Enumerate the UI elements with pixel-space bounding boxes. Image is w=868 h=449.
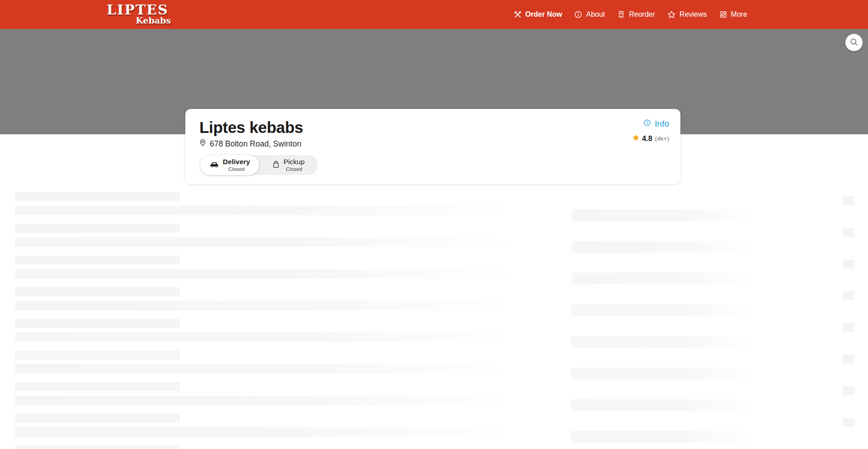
skeleton-text-bar — [15, 301, 521, 310]
skeleton-thumb — [843, 386, 854, 395]
delivery-option-text: Delivery Closed — [223, 158, 250, 172]
skeleton-title-bar — [15, 350, 180, 359]
skeleton-row — [0, 414, 868, 445]
skeleton-side-bar — [571, 241, 756, 253]
skeleton-text-bar — [15, 364, 521, 373]
card-right-column: Info 4.8 (4k+) — [632, 119, 669, 143]
skeleton-text-bar — [15, 332, 521, 342]
header: LIPTES Kebabs Order Now — [0, 0, 868, 29]
skeleton-side-bar — [571, 336, 756, 348]
skeleton-thumb — [843, 323, 854, 332]
skeleton-row — [0, 382, 868, 414]
delivery-label: Delivery — [223, 158, 250, 165]
pickup-status: Closed — [286, 167, 302, 172]
location-pin-icon — [199, 139, 207, 149]
restaurant-card: Liptes kebabs 678 Bolton Road, Swinton — [185, 109, 680, 184]
nav-item-more[interactable]: More — [719, 10, 747, 19]
info-link[interactable]: Info — [643, 119, 669, 129]
skeleton-row — [0, 445, 868, 449]
address-text: 678 Bolton Road, Swinton — [210, 139, 301, 149]
nav-item-about[interactable]: About — [574, 10, 605, 19]
skeleton-side-bar — [571, 209, 756, 221]
star-icon — [667, 10, 676, 19]
restaurant-address: 678 Bolton Road, Swinton — [199, 139, 301, 149]
skeleton-thumb — [843, 260, 854, 269]
skeleton-side-bar — [571, 399, 756, 411]
skeleton-row — [0, 350, 868, 382]
skeleton-side-bar — [571, 304, 756, 316]
skeleton-side-bar — [571, 368, 756, 379]
nav-item-reviews[interactable]: Reviews — [667, 10, 707, 19]
skeleton-side-bar — [571, 431, 756, 443]
skeleton-thumb — [843, 354, 854, 364]
skeleton-row — [0, 255, 868, 287]
nav-label: About — [586, 10, 605, 19]
page: LIPTES Kebabs Order Now — [0, 0, 868, 449]
menu-loading-skeleton — [0, 192, 868, 449]
car-icon — [209, 161, 219, 170]
skeleton-title-bar — [15, 287, 180, 296]
logo[interactable]: LIPTES Kebabs — [107, 3, 173, 25]
skeleton-title-bar — [15, 319, 180, 328]
info-link-label: Info — [655, 119, 669, 129]
skeleton-title-bar — [15, 445, 180, 449]
receipt-icon — [617, 10, 625, 19]
cutlery-icon — [514, 10, 522, 19]
pickup-label: Pickup — [283, 158, 305, 165]
skeleton-text-bar — [15, 269, 521, 279]
logo-line1: LIPTES — [107, 3, 173, 17]
skeleton-row — [0, 192, 868, 224]
info-icon — [643, 119, 651, 129]
nav-label: Reorder — [629, 10, 655, 19]
rating-score: 4.8 — [642, 134, 652, 143]
skeleton-text-bar — [15, 427, 521, 437]
nav-label: More — [731, 10, 747, 19]
rating[interactable]: 4.8 (4k+) — [632, 134, 669, 143]
nav-item-reorder[interactable]: Reorder — [617, 10, 655, 19]
delivery-option[interactable]: Delivery Closed — [200, 155, 259, 175]
delivery-status: Closed — [228, 167, 245, 172]
skeleton-row — [0, 319, 868, 350]
skeleton-row — [0, 224, 868, 255]
star-icon — [632, 134, 640, 143]
search-icon — [849, 38, 859, 48]
skeleton-title-bar — [15, 224, 180, 233]
info-icon — [574, 10, 582, 19]
restaurant-name: Liptes kebabs — [199, 118, 303, 137]
nav-item-order-now[interactable]: Order Now — [514, 10, 562, 19]
skeleton-text-bar — [15, 396, 521, 405]
skeleton-title-bar — [15, 255, 180, 265]
skeleton-side-bar — [571, 273, 756, 284]
nav-label: Reviews — [679, 10, 707, 19]
skeleton-thumb — [843, 228, 854, 237]
skeleton-title-bar — [15, 382, 180, 391]
skeleton-text-bar — [15, 206, 521, 215]
pickup-option-text: Pickup Closed — [283, 158, 305, 172]
pickup-option[interactable]: Pickup Closed — [259, 155, 318, 175]
skeleton-thumb — [843, 196, 854, 205]
skeleton-thumb — [843, 418, 854, 427]
skeleton-title-bar — [15, 192, 180, 201]
skeleton-thumb — [843, 291, 854, 300]
rating-count: (4k+) — [655, 135, 669, 142]
skeleton-row — [0, 287, 868, 319]
header-nav: Order Now About — [514, 0, 747, 29]
nav-label: Order Now — [525, 10, 562, 19]
bag-icon — [272, 160, 280, 170]
skeleton-title-bar — [15, 414, 180, 423]
fulfillment-toggle: Delivery Closed Pickup Closed — [200, 155, 318, 175]
skeleton-text-bar — [15, 237, 521, 247]
grid-icon — [719, 10, 727, 19]
search-button[interactable] — [845, 34, 863, 51]
